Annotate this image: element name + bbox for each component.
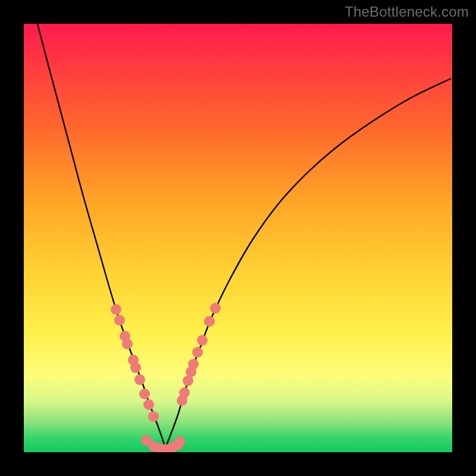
data-dot <box>130 362 141 373</box>
curve-layer <box>24 24 452 452</box>
data-dot <box>111 304 121 315</box>
data-dot <box>122 339 133 349</box>
data-dot <box>143 399 154 410</box>
data-dot <box>134 374 145 385</box>
data-dot <box>148 411 159 422</box>
data-dot <box>139 389 150 399</box>
chart-frame: TheBottleneck.com <box>0 0 476 476</box>
data-dot <box>174 436 185 447</box>
dot-layer <box>111 303 221 452</box>
data-dot <box>179 387 190 398</box>
data-dot <box>114 315 125 325</box>
data-dot <box>192 347 203 358</box>
curve-left-branch <box>37 24 165 447</box>
plot-area <box>24 24 452 452</box>
watermark-label: TheBottleneck.com <box>345 4 469 20</box>
curve-right-branch <box>165 79 451 447</box>
data-dot <box>188 359 199 369</box>
data-dot <box>204 316 215 327</box>
data-dot <box>197 335 208 346</box>
data-dot <box>210 303 221 314</box>
